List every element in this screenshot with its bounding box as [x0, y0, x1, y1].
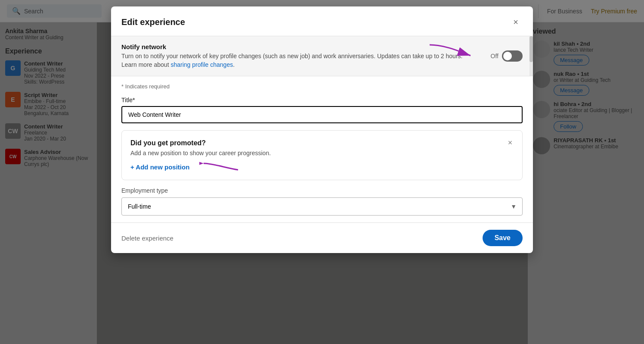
notify-title: Notify network: [121, 43, 471, 50]
notify-description: Turn on to notify your network of key pr…: [121, 52, 471, 69]
title-input[interactable]: [121, 106, 523, 123]
notify-content: Notify network Turn on to notify your ne…: [121, 43, 523, 69]
promoted-card: × Did you get promoted? Add a new positi…: [121, 130, 523, 180]
modal-footer: Delete experience Save: [111, 222, 533, 253]
form-area: * Indicates required Title* × Did you ge…: [111, 76, 533, 222]
employment-section: Employment type Full-time Part-time Self…: [121, 187, 523, 216]
add-position-wrapper: + Add new position: [130, 163, 189, 171]
add-position-arrow: [199, 155, 242, 176]
employment-type-select[interactable]: Full-time Part-time Self-employed Freela…: [121, 197, 523, 216]
title-form-group: Title*: [121, 97, 523, 123]
promoted-title: Did you get promoted?: [130, 139, 514, 147]
notify-link[interactable]: sharing profile changes: [170, 61, 233, 68]
scrollbar-track: [529, 36, 533, 76]
notify-toggle-container: Off: [491, 50, 523, 62]
notify-network-banner: Notify network Turn on to notify your ne…: [111, 36, 533, 76]
modal-title: Edit experience: [121, 17, 185, 27]
toggle-off-label: Off: [491, 53, 498, 59]
modal-header: Edit experience ×: [111, 6, 533, 36]
employment-label: Employment type: [121, 187, 523, 194]
notify-toggle[interactable]: [502, 50, 523, 62]
scrollbar-thumb: [529, 36, 533, 62]
toggle-slider: [502, 50, 523, 62]
employment-select-wrapper: Full-time Part-time Self-employed Freela…: [121, 197, 523, 216]
modal-body[interactable]: Notify network Turn on to notify your ne…: [111, 36, 533, 222]
promoted-description: Add a new position to show your career p…: [130, 150, 514, 156]
modal-close-button[interactable]: ×: [509, 15, 523, 29]
required-note: * Indicates required: [121, 83, 523, 90]
delete-experience-button[interactable]: Delete experience: [121, 235, 173, 242]
save-button[interactable]: Save: [483, 230, 523, 246]
promoted-close-button[interactable]: ×: [505, 138, 515, 148]
title-label: Title*: [121, 97, 523, 103]
add-position-button[interactable]: + Add new position: [130, 163, 189, 171]
edit-experience-modal: Edit experience × Notify network Turn on…: [111, 6, 533, 253]
